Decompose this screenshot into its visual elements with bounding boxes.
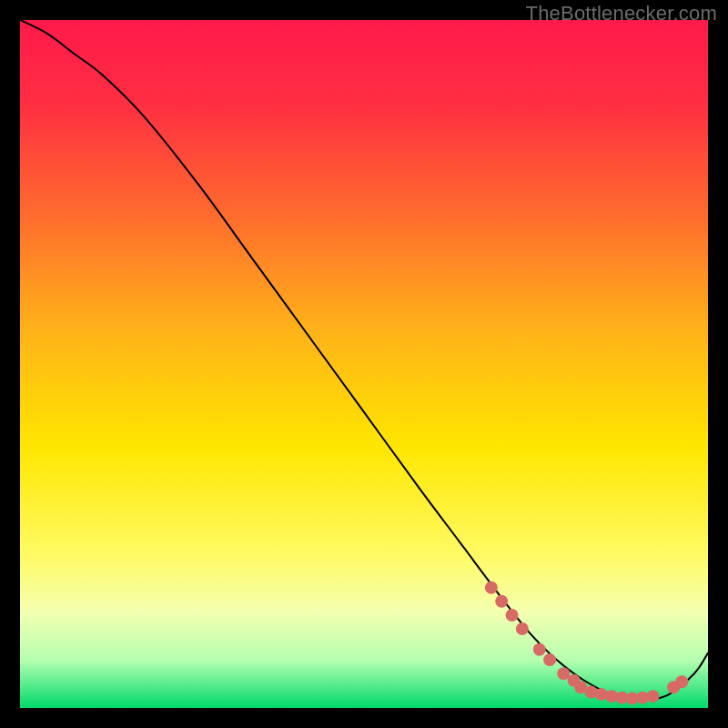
highlight-point: [506, 609, 519, 622]
chart-plot-area: [20, 20, 708, 708]
highlight-point: [485, 581, 498, 594]
chart-svg: [20, 20, 708, 708]
chart-background: [20, 20, 708, 708]
highlight-point: [533, 643, 546, 656]
highlight-point: [675, 675, 688, 688]
highlight-point: [516, 622, 529, 635]
highlight-point: [495, 595, 508, 608]
highlight-point: [647, 690, 660, 703]
highlight-point: [543, 653, 556, 666]
chart-frame: TheBottlenecker.com: [0, 0, 728, 728]
